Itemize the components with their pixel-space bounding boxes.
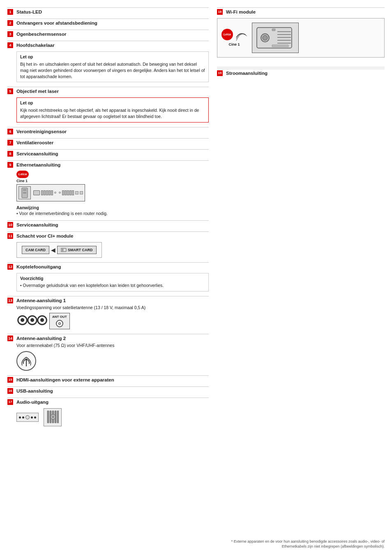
section-11-title: Schacht voor CI+ module <box>16 234 73 238</box>
anwijzing-text: Voor de internetverbinding is een router… <box>16 211 209 216</box>
section-1-title: Status-LED <box>16 9 42 14</box>
section-7: 7 Ventilatierooster <box>7 138 209 147</box>
section-16-number: 16 <box>7 388 13 394</box>
port-sub-2 <box>44 190 46 195</box>
port-sub-3 <box>46 190 48 195</box>
section-8: 8 Serviceaansluiting <box>7 149 209 158</box>
section-2-title: Ontvangers voor afstandsbediening <box>16 21 97 25</box>
section-1: 1 Status-LED <box>7 7 209 16</box>
anwijzing-box: Aanwijzing Voor de internetverbinding is… <box>16 205 209 216</box>
audio-dot-2 <box>22 416 24 419</box>
svg-rect-4 <box>62 249 63 251</box>
section-10-number: 10 <box>7 222 13 228</box>
section-3-number: 3 <box>7 31 13 37</box>
section-5-note: Let op Kijk nooit rechtstreeks op het ob… <box>16 97 209 122</box>
svg-point-15 <box>263 35 267 40</box>
ci-diagram: CAM CARD ◀ SMART CARD <box>16 242 102 258</box>
wifi-cine-label: Cine 1 <box>228 42 240 46</box>
section-13: 13 Antenne-aansluiting 1 Voedingsspannin… <box>7 296 209 332</box>
section-2-number: 2 <box>7 20 13 26</box>
audio-optical-svg <box>46 410 59 425</box>
wifi-projector-left: Leica Cine 1 <box>221 28 247 48</box>
section-4-header: 4 Hoofdschakelaar <box>7 41 209 49</box>
section-15: 15 HDMI-aansluitingen voor externe appar… <box>7 375 209 384</box>
antenna2-svg <box>20 355 32 367</box>
section-18-number: 18 <box>217 9 223 15</box>
port-grid-2 <box>62 190 74 195</box>
section-1-number: 1 <box>7 9 13 15</box>
section-17-header: 17 Audio-uitgang <box>7 398 209 406</box>
section-14-title: Antenne-aansluiting 2 <box>16 336 66 341</box>
section-10-title: Serviceaansluiting <box>16 222 58 227</box>
antenna-symbol: ⦿⦿⦿ <box>16 314 46 328</box>
section-4-number: 4 <box>7 42 13 48</box>
wifi-arcs-svg <box>235 28 247 41</box>
section-9: 9 Ethernetaansluiting Leica Cine 1 <box>7 160 209 218</box>
section-10-header: 10 Serviceaansluiting <box>7 220 209 229</box>
audio-jacks <box>16 413 39 422</box>
audio-optical <box>44 408 62 426</box>
port-sub-1 <box>41 190 43 195</box>
right-column: 18 Wi-Fi module Leica <box>213 7 385 431</box>
port-dot <box>54 192 56 194</box>
leica-circle-logo: Leica <box>221 29 233 40</box>
svg-rect-21 <box>272 29 275 31</box>
antenna1-diagram: ⦿⦿⦿ ANT OUT ⊙ <box>16 313 209 329</box>
port-sub-4 <box>48 190 51 195</box>
section-4-title: Hoofdschakelaar <box>16 43 55 48</box>
section-12-number: 12 <box>7 264 13 270</box>
section-7-title: Ventilatierooster <box>16 140 53 145</box>
audio-circle-1 <box>25 415 30 419</box>
svg-rect-6 <box>47 411 49 423</box>
port-sq2 <box>80 191 83 194</box>
port-sub2-5 <box>72 190 74 195</box>
port-sub2-1 <box>62 190 64 195</box>
smart-card-label: SMART CARD <box>68 248 93 252</box>
anwijzing-label: Aanwijzing <box>16 205 209 210</box>
section-17-title: Audio-uitgang <box>16 400 48 405</box>
port-dot2 <box>59 192 61 194</box>
section-3-header: 3 Ogenbeschermsensor <box>7 30 209 38</box>
projector-box <box>252 23 299 53</box>
projector-svg <box>255 25 296 50</box>
section-18: 18 Wi-Fi module Leica <box>217 7 385 63</box>
wifi-device-row: Leica <box>221 28 247 41</box>
ant-circle: ⊙ <box>56 320 63 327</box>
section-9-number: 9 <box>7 162 13 168</box>
section-12-title: Koptelefoonuitgang <box>16 264 61 269</box>
section-6-header: 6 Verontreinigingsensor <box>7 127 209 136</box>
port-sq1 <box>75 191 78 194</box>
section-5-note-text: Kijk nooit rechtstreeks op het objectief… <box>20 107 205 120</box>
section-16-header: 16 USB-aansluiting <box>7 386 209 395</box>
leica-logo: Leica <box>16 171 29 178</box>
section-2: 2 Ontvangers voor afstandsbediening <box>7 18 209 27</box>
device-left-side <box>18 186 31 199</box>
cam-card: CAM CARD <box>22 246 49 254</box>
section-14: 14 Antenne-aansluiting 2 Voor antennekab… <box>7 334 209 373</box>
footer-note: * Externe apparaten en de voor hun aansl… <box>208 539 385 549</box>
section-17-number: 17 <box>7 399 13 405</box>
port-sub2-2 <box>65 190 67 195</box>
page: 1 Status-LED 2 Ontvangers voor afstandsb… <box>0 0 392 438</box>
wifi-diagram: Leica Cine 1 <box>217 18 385 58</box>
audio-dot-1 <box>19 416 21 419</box>
port-1 <box>33 190 40 195</box>
section-5-header: 5 Objectief met laser <box>7 87 209 95</box>
section-13-body: Voedingsspanning voor satellietantenne (… <box>16 305 209 311</box>
svg-point-12 <box>52 416 54 418</box>
section-13-header: 13 Antenne-aansluiting 1 <box>7 296 209 305</box>
section-14-number: 14 <box>7 335 13 341</box>
section-19: 19 Stroomaansluiting <box>217 67 385 79</box>
section-3: 3 Ogenbeschermsensor <box>7 30 209 38</box>
audio-dot-4 <box>34 416 36 419</box>
smart-card: SMART CARD <box>57 246 97 254</box>
antenna2-symbol <box>16 351 36 371</box>
svg-point-5 <box>25 359 27 361</box>
left-column: 1 Status-LED 2 Ontvangers voor afstandsb… <box>7 7 209 431</box>
section-4: 4 Hoofdschakelaar Let op Bij het in- en … <box>7 41 209 84</box>
cine-device-box <box>16 184 85 201</box>
section-12-header: 12 Koptelefoonuitgang <box>7 262 209 271</box>
section-1-header: 1 Status-LED <box>7 7 209 16</box>
ant-out-label: ANT OUT <box>52 315 67 319</box>
section-4-note-text: Bij het in- en uitschakelen opent of slu… <box>20 61 205 80</box>
